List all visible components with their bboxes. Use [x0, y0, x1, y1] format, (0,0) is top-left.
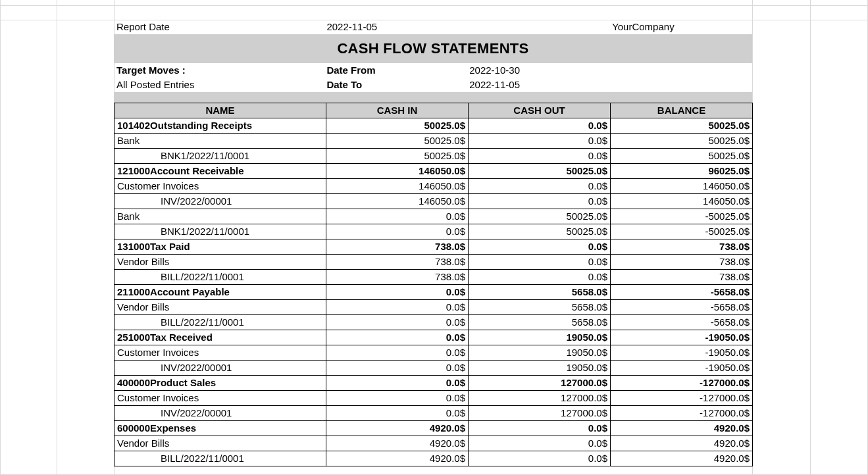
table-row: Bank0.0$50025.0$-50025.0$ — [115, 209, 753, 224]
date-to-value: 2022-11-05 — [467, 78, 609, 92]
cell-name: 121000Account Receivable — [115, 164, 326, 179]
cell-cash-out: 19050.0$ — [469, 345, 611, 361]
cell-cash-out: 19050.0$ — [469, 361, 611, 376]
table-row: 101402Outstanding Receipts50025.0$0.0$50… — [115, 118, 753, 134]
cell-name: Bank — [115, 134, 326, 149]
cell-cash-out: 0.0$ — [469, 239, 611, 255]
table-row: INV/2022/000010.0$19050.0$-19050.0$ — [115, 361, 753, 376]
table-row: 121000Account Receivable146050.0$50025.0… — [115, 164, 753, 179]
cell-cash-out: 0.0$ — [469, 436, 611, 451]
table-row: BILL/2022/11/0001738.0$0.0$738.0$ — [115, 270, 753, 285]
report-title: CASH FLOW STATEMENTS — [114, 34, 752, 63]
cell-cash-in: 738.0$ — [326, 255, 469, 270]
cell-name: Vendor Bills — [115, 255, 326, 270]
cell-cash-out: 0.0$ — [469, 149, 611, 164]
cell-name: BILL/2022/11/0001 — [115, 451, 326, 466]
col-cash-in: CASH IN — [326, 103, 469, 118]
report-date-value: 2022-11-05 — [324, 20, 467, 34]
cell-cash-out: 0.0$ — [469, 118, 611, 134]
cell-name: BNK1/2022/11/0001 — [115, 149, 326, 164]
company-name: YourCompany — [609, 20, 752, 34]
cell-cash-in: 146050.0$ — [326, 194, 469, 209]
cell-cash-in: 4920.0$ — [326, 451, 469, 466]
cell-balance: -50025.0$ — [611, 224, 753, 239]
cell-cash-in: 0.0$ — [326, 209, 469, 224]
cell-balance: 50025.0$ — [611, 118, 753, 134]
cell-cash-out: 0.0$ — [469, 270, 611, 285]
cell-balance: 4920.0$ — [611, 451, 753, 466]
cell-cash-out: 127000.0$ — [469, 406, 611, 421]
cell-name: BILL/2022/11/0001 — [115, 270, 326, 285]
cell-balance: 96025.0$ — [611, 164, 753, 179]
table-row: Vendor Bills4920.0$0.0$4920.0$ — [115, 436, 753, 451]
cell-cash-out: 0.0$ — [469, 421, 611, 436]
separator-band — [114, 92, 752, 103]
cell-cash-out: 127000.0$ — [469, 376, 611, 391]
cell-balance: -127000.0$ — [611, 406, 753, 421]
cell-balance: 50025.0$ — [611, 134, 753, 149]
cell-cash-out: 5658.0$ — [469, 285, 611, 300]
table-row: Customer Invoices0.0$127000.0$-127000.0$ — [115, 391, 753, 406]
col-balance: BALANCE — [611, 103, 753, 118]
cell-name: BNK1/2022/11/0001 — [115, 224, 326, 239]
target-moves-value: All Posted Entries — [114, 78, 324, 92]
cell-cash-out: 5658.0$ — [469, 300, 611, 315]
cell-name: Bank — [115, 209, 326, 224]
cell-name: INV/2022/00001 — [115, 194, 326, 209]
cell-balance: 146050.0$ — [611, 179, 753, 194]
cell-name: Vendor Bills — [115, 300, 326, 315]
cell-cash-out: 0.0$ — [469, 194, 611, 209]
cell-cash-in: 738.0$ — [326, 270, 469, 285]
cell-name: BILL/2022/11/0001 — [115, 315, 326, 330]
report: Report Date 2022-11-05 YourCompany CASH … — [114, 20, 752, 466]
cell-cash-in: 50025.0$ — [326, 149, 469, 164]
cell-name: 251000Tax Received — [115, 330, 326, 345]
cell-balance: -5658.0$ — [611, 285, 753, 300]
cell-cash-in: 738.0$ — [326, 239, 469, 255]
cell-balance: 4920.0$ — [611, 436, 753, 451]
cell-cash-in: 0.0$ — [326, 285, 469, 300]
table-row: BILL/2022/11/00014920.0$0.0$4920.0$ — [115, 451, 753, 466]
filters-row-2: All Posted Entries Date To 2022-11-05 — [114, 78, 752, 92]
cell-balance: -19050.0$ — [611, 345, 753, 361]
cell-cash-out: 0.0$ — [469, 179, 611, 194]
filters-row-1: Target Moves : Date From 2022-10-30 — [114, 63, 752, 78]
cell-name: INV/2022/00001 — [115, 406, 326, 421]
cell-balance: -50025.0$ — [611, 209, 753, 224]
target-moves-label: Target Moves : — [114, 63, 324, 78]
cell-cash-in: 0.0$ — [326, 361, 469, 376]
table-row: 211000Account Payable0.0$5658.0$-5658.0$ — [115, 285, 753, 300]
table-row: 251000Tax Received0.0$19050.0$-19050.0$ — [115, 330, 753, 345]
cell-cash-out: 0.0$ — [469, 451, 611, 466]
cell-cash-in: 0.0$ — [326, 315, 469, 330]
cell-cash-out: 5658.0$ — [469, 315, 611, 330]
table-row: 400000Product Sales0.0$127000.0$-127000.… — [115, 376, 753, 391]
cell-cash-in: 4920.0$ — [326, 421, 469, 436]
cell-name: 211000Account Payable — [115, 285, 326, 300]
cell-cash-in: 0.0$ — [326, 376, 469, 391]
cell-balance: -127000.0$ — [611, 391, 753, 406]
cell-name: Customer Invoices — [115, 391, 326, 406]
cell-cash-in: 4920.0$ — [326, 436, 469, 451]
cell-balance: -127000.0$ — [611, 376, 753, 391]
cell-cash-out: 50025.0$ — [469, 164, 611, 179]
header-row: Report Date 2022-11-05 YourCompany — [114, 20, 752, 34]
table-row: 600000Expenses4920.0$0.0$4920.0$ — [115, 421, 753, 436]
cell-balance: -5658.0$ — [611, 315, 753, 330]
table-row: Customer Invoices146050.0$0.0$146050.0$ — [115, 179, 753, 194]
cell-cash-out: 0.0$ — [469, 255, 611, 270]
cell-balance: 146050.0$ — [611, 194, 753, 209]
col-name: NAME — [115, 103, 326, 118]
spreadsheet-viewport: Report Date 2022-11-05 YourCompany CASH … — [0, 0, 868, 475]
cell-cash-in: 50025.0$ — [326, 118, 469, 134]
cell-cash-in: 146050.0$ — [326, 179, 469, 194]
table-row: BNK1/2022/11/00010.0$50025.0$-50025.0$ — [115, 224, 753, 239]
cell-balance: -19050.0$ — [611, 330, 753, 345]
cell-cash-out: 50025.0$ — [469, 209, 611, 224]
cell-cash-in: 0.0$ — [326, 330, 469, 345]
report-date-label: Report Date — [114, 20, 324, 34]
cell-cash-out: 19050.0$ — [469, 330, 611, 345]
cell-name: Customer Invoices — [115, 179, 326, 194]
table-row: Vendor Bills738.0$0.0$738.0$ — [115, 255, 753, 270]
cell-cash-in: 0.0$ — [326, 224, 469, 239]
